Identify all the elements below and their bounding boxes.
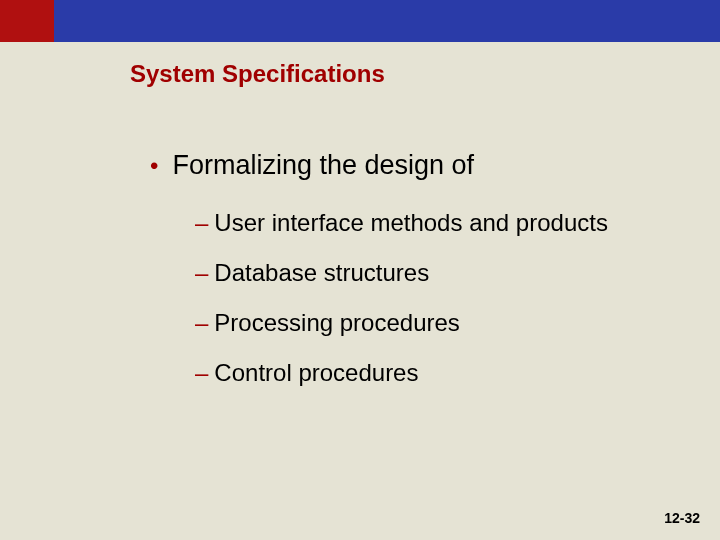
slide-title: System Specifications bbox=[130, 60, 385, 88]
sub-list: – User interface methods and products – … bbox=[195, 209, 680, 387]
page-number: 12-32 bbox=[664, 510, 700, 526]
content-area: • Formalizing the design of – User inter… bbox=[150, 150, 680, 409]
list-item: – User interface methods and products bbox=[195, 209, 680, 237]
dash-icon: – bbox=[195, 259, 208, 287]
bullet-icon: • bbox=[150, 154, 158, 178]
header-accent-red bbox=[0, 0, 54, 42]
list-item: – Database structures bbox=[195, 259, 680, 287]
dash-icon: – bbox=[195, 359, 208, 387]
dash-icon: – bbox=[195, 309, 208, 337]
list-item: – Processing procedures bbox=[195, 309, 680, 337]
sub-text: Control procedures bbox=[214, 359, 418, 387]
header-accent-blue bbox=[54, 0, 720, 42]
bullet-item: • Formalizing the design of bbox=[150, 150, 680, 181]
sub-text: Processing procedures bbox=[214, 309, 459, 337]
dash-icon: – bbox=[195, 209, 208, 237]
header-bar bbox=[0, 0, 720, 42]
sub-text: User interface methods and products bbox=[214, 209, 608, 237]
list-item: – Control procedures bbox=[195, 359, 680, 387]
bullet-text: Formalizing the design of bbox=[172, 150, 474, 181]
sub-text: Database structures bbox=[214, 259, 429, 287]
